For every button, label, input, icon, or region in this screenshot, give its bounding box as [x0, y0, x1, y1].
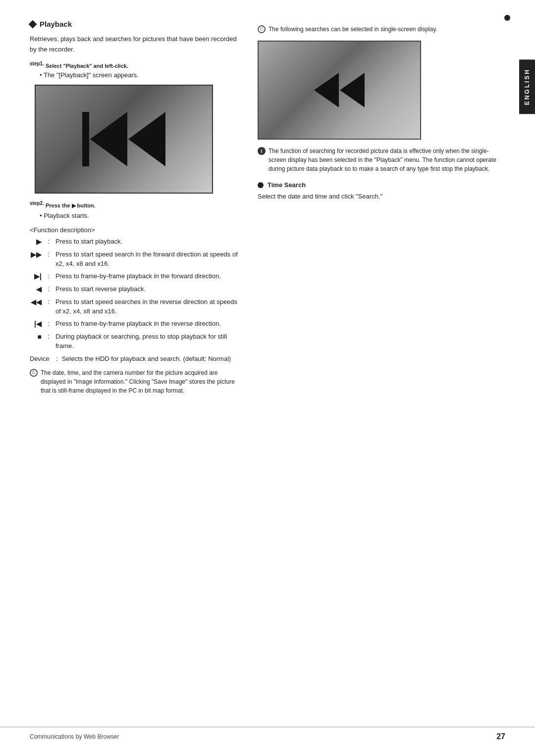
diamond-icon	[29, 20, 37, 28]
device-label: Device	[30, 354, 52, 364]
func-desc-6: During playback or searching, press to s…	[55, 332, 238, 351]
time-search-heading: Time Search	[258, 181, 505, 189]
func-symbol-4: ◀◀	[30, 297, 44, 307]
step2-sub: Playback starts.	[40, 211, 238, 221]
func-desc-5: Press to frame-by-frame playback in the …	[55, 319, 238, 329]
func-colon-3: :	[48, 284, 52, 294]
right-column: C The following searches can be selected…	[258, 20, 505, 395]
time-search-heading-text: Time Search	[268, 181, 306, 189]
intro-text: Retrieves, plays back and searches for p…	[30, 34, 238, 55]
func-colon-1: :	[48, 250, 52, 259]
device-row: Device : Selects the HDD for playback an…	[30, 354, 238, 364]
func-desc-1: Press to start speed search in the forwa…	[55, 250, 238, 269]
func-row-0: ▶:Press to start playback.	[30, 237, 238, 247]
func-rows: ▶:Press to start playback.▶▶:Press to st…	[30, 237, 238, 351]
step2-main: Press the ▶ button.	[46, 202, 96, 208]
device-desc: Selects the HDD for playback and search.…	[62, 354, 231, 364]
step1-sub: The "[Playback]" screen appears.	[40, 70, 238, 81]
right-playback-image	[258, 41, 421, 140]
playback-image	[35, 85, 213, 194]
func-row-6: ■:During playback or searching, press to…	[30, 332, 238, 351]
step1-content: The "[Playback]" screen appears.	[40, 70, 238, 81]
filled-circle-icon	[258, 182, 264, 188]
note1-row: C The date, time, and the camera number …	[30, 368, 238, 395]
func-colon-0: :	[48, 237, 52, 247]
func-desc-2: Press to frame-by-frame playback in the …	[55, 271, 238, 281]
triangle-left-2	[128, 112, 165, 166]
right-note1-row: C The following searches can be selected…	[258, 25, 505, 34]
info-note-text: The function of searching for recorded p…	[268, 147, 505, 173]
func-desc-3: Press to start reverse playback.	[55, 284, 238, 294]
left-column: Playback Retrieves, plays back and searc…	[30, 20, 238, 395]
func-row-5: |◀:Press to frame-by-frame playback in t…	[30, 319, 238, 329]
func-description-section: <Function description> ▶:Press to start …	[30, 226, 238, 364]
note1-text: The date, time, and the camera number fo…	[41, 368, 238, 395]
func-row-2: ▶|:Press to frame-by-frame playback in t…	[30, 271, 238, 282]
note-circle-icon: C	[30, 369, 38, 377]
step2-label: step2. Press the ▶ button.	[30, 201, 238, 209]
func-header: <Function description>	[30, 226, 238, 234]
func-desc-4: Press to start speed searches in the rev…	[55, 297, 238, 316]
func-symbol-3: ◀	[30, 284, 44, 295]
rewind-icon-small	[314, 73, 365, 107]
footer: Communications by Web Browser 27	[0, 727, 535, 741]
info-note-row: i The function of searching for recorded…	[258, 147, 505, 173]
func-colon-2: :	[48, 271, 52, 281]
func-symbol-6: ■	[30, 332, 44, 342]
device-colon: :	[56, 354, 58, 364]
func-symbol-1: ▶▶	[30, 250, 44, 260]
triangle-sm-left-2	[340, 73, 365, 107]
triangle-left-1	[90, 112, 127, 166]
func-desc-0: Press to start playback.	[55, 237, 238, 247]
func-symbol-0: ▶	[30, 237, 44, 247]
section-heading-text: Playback	[40, 20, 72, 28]
func-colon-6: :	[48, 332, 52, 342]
footer-text: Communications by Web Browser	[30, 733, 119, 740]
info-circle-icon: i	[258, 147, 266, 155]
section-heading-playback: Playback	[30, 20, 238, 28]
step1-label: step1. Select "Playback" and left-click.	[30, 61, 238, 69]
func-row-4: ◀◀:Press to start speed searches in the …	[30, 297, 238, 316]
bar-icon	[82, 112, 89, 166]
func-row-1: ▶▶:Press to start speed search in the fo…	[30, 250, 238, 269]
right-note1-text: The following searches can be selected i…	[268, 25, 437, 34]
step2-content: Playback starts.	[40, 211, 238, 221]
page-number: 27	[496, 732, 505, 741]
func-colon-4: :	[48, 297, 52, 307]
right-note-circle-icon: C	[258, 25, 266, 33]
content-area: Playback Retrieves, plays back and searc…	[30, 20, 505, 395]
rewind-icon-large	[82, 112, 165, 166]
triangle-sm-left-1	[314, 73, 339, 107]
side-tab-english: ENGLISH	[519, 59, 535, 114]
func-symbol-5: |◀	[30, 319, 44, 329]
top-dot-indicator	[504, 15, 510, 21]
func-colon-5: :	[48, 319, 52, 329]
time-search-desc: Select the date and time and click "Sear…	[258, 192, 505, 202]
func-symbol-2: ▶|	[30, 271, 44, 282]
func-row-3: ◀:Press to start reverse playback.	[30, 284, 238, 295]
page-wrapper: ENGLISH Playback Retrieves, plays back a…	[0, 0, 535, 756]
side-tab-label: ENGLISH	[524, 68, 531, 105]
step1-main: Select "Playback" and left-click.	[46, 62, 128, 68]
